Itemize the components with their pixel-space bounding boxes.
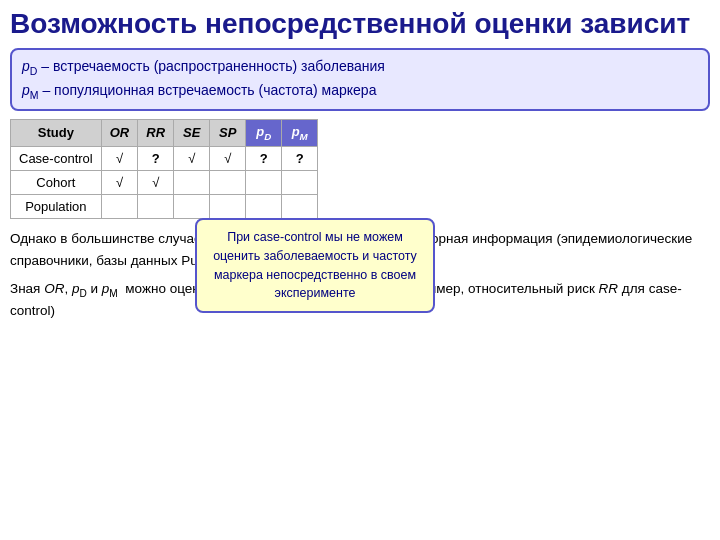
row-cohort-pd [246,170,282,194]
info-box: pD – встречаемость (распространенность) … [10,48,710,111]
table-row: Cohort √ √ [11,170,318,194]
col-or: OR [101,120,138,147]
col-se: SE [174,120,210,147]
page-title: Возможность непосредственной оценки зави… [0,0,720,44]
table-row: Case-control √ ? √ √ ? ? [11,146,318,170]
col-pd: pD [246,120,282,147]
row-case-control-pd: ? [246,146,282,170]
row-cohort-pm [282,170,318,194]
row-cohort-se [174,170,210,194]
info-line1: pD – встречаемость (распространенность) … [22,56,698,80]
col-study: Study [11,120,102,147]
row-case-control-rr: ? [138,146,174,170]
col-sp: SP [210,120,246,147]
row-case-control-sp: √ [210,146,246,170]
row-population-se [174,194,210,218]
row-case-control-or: √ [101,146,138,170]
row-case-control-pm: ? [282,146,318,170]
row-population-rr [138,194,174,218]
row-cohort-rr: √ [138,170,174,194]
row-population-label: Population [11,194,102,218]
row-cohort-or: √ [101,170,138,194]
info-line2: pM – популяционная встречаемость (частот… [22,80,698,104]
row-case-control-se: √ [174,146,210,170]
row-population-or [101,194,138,218]
row-population-pd [246,194,282,218]
row-population-pm [282,194,318,218]
table-row: Population [11,194,318,218]
table-container: Study OR RR SE SP pD pM Case-control √ ?… [10,119,318,219]
row-case-control-label: Case-control [11,146,102,170]
row-population-sp [210,194,246,218]
row-cohort-sp [210,170,246,194]
col-rr: RR [138,120,174,147]
row-cohort-label: Cohort [11,170,102,194]
col-pm: pM [282,120,318,147]
tooltip-box: При case-control мы не можем оценить заб… [195,218,435,313]
